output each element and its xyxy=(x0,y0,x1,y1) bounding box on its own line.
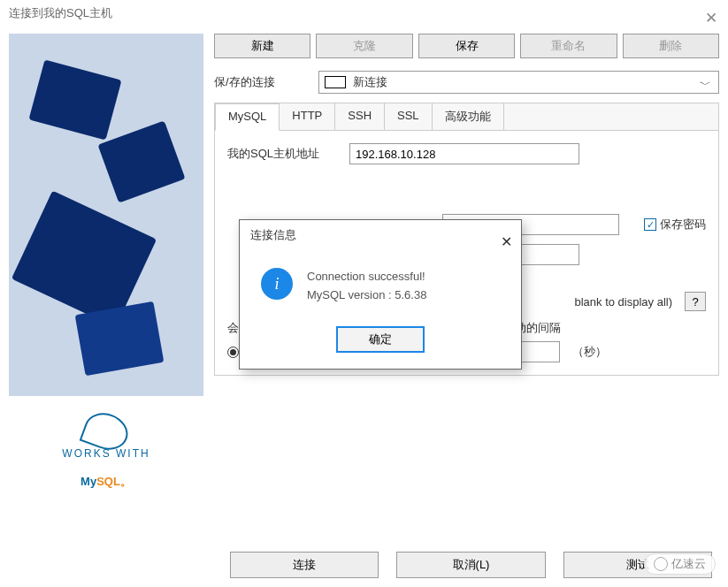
promo-image xyxy=(9,34,203,396)
watermark-text: 亿速云 xyxy=(671,556,706,572)
idle-default-radio[interactable] xyxy=(227,347,239,358)
tab-mysql[interactable]: MySQL xyxy=(215,103,280,131)
save-button[interactable]: 保存 xyxy=(418,34,515,58)
dialog-close-icon[interactable]: ✕ xyxy=(501,227,512,257)
host-input[interactable] xyxy=(349,143,579,164)
dialog-title: 连接信息 xyxy=(250,228,296,241)
close-icon[interactable]: ✕ xyxy=(705,5,717,32)
cancel-button[interactable]: 取消(L) xyxy=(396,552,545,578)
help-button[interactable]: ? xyxy=(685,292,706,311)
new-button[interactable]: 新建 xyxy=(214,34,310,58)
rename-button: 重命名 xyxy=(520,34,617,58)
delete-button: 删除 xyxy=(623,34,719,58)
saved-conn-value: 新连接 xyxy=(353,74,387,90)
color-swatch xyxy=(325,76,346,88)
ok-button[interactable]: 确定 xyxy=(336,326,425,353)
tab-ssl[interactable]: SSL xyxy=(385,103,433,130)
cloud-icon xyxy=(654,557,668,571)
connect-button[interactable]: 连接 xyxy=(230,552,379,578)
footer: 连接 取消(L) 测试 xyxy=(230,552,712,578)
connection-info-dialog: 连接信息 ✕ i Connection successful! MySQL ve… xyxy=(239,219,522,370)
host-label: 我的SQL主机地址 xyxy=(227,146,342,162)
saved-conn-label: 保/存的连接 xyxy=(214,74,311,90)
toolbar: 新建 克隆 保存 重命名 删除 xyxy=(214,34,719,58)
saved-conn-select[interactable]: 新连接 ﹀ xyxy=(318,71,719,94)
tab-ssh[interactable]: SSH xyxy=(335,103,385,130)
save-password-checkbox[interactable]: ✓ 保存密码 xyxy=(644,217,706,233)
clone-button: 克隆 xyxy=(316,34,412,58)
titlebar: 连接到我的SQL主机 ✕ xyxy=(0,0,728,27)
keepalive-unit: （秒） xyxy=(572,344,607,360)
tabstrip: MySQL HTTP SSH SSL 高级功能 xyxy=(215,103,718,131)
dialog-message: Connection successful! MySQL version : 5… xyxy=(307,268,426,305)
mysql-wordmark: MySQL。 xyxy=(9,460,203,492)
db-hint: blank to display all) xyxy=(574,295,672,309)
info-icon: i xyxy=(261,268,293,300)
window-title: 连接到我的SQL主机 xyxy=(9,6,112,19)
tab-http[interactable]: HTTP xyxy=(280,103,335,130)
tab-advanced[interactable]: 高级功能 xyxy=(433,103,504,130)
left-pane: WORKS WITH MySQL。 xyxy=(9,34,203,502)
dialog-line1: Connection successful! xyxy=(307,268,426,286)
mysql-logo: WORKS WITH MySQL。 xyxy=(9,396,203,502)
check-icon: ✓ xyxy=(644,218,656,231)
dialog-line2: MySQL version : 5.6.38 xyxy=(307,286,426,305)
save-password-label: 保存密码 xyxy=(660,217,706,233)
chevron-down-icon: ﹀ xyxy=(700,77,711,93)
watermark: 亿速云 xyxy=(644,553,716,575)
